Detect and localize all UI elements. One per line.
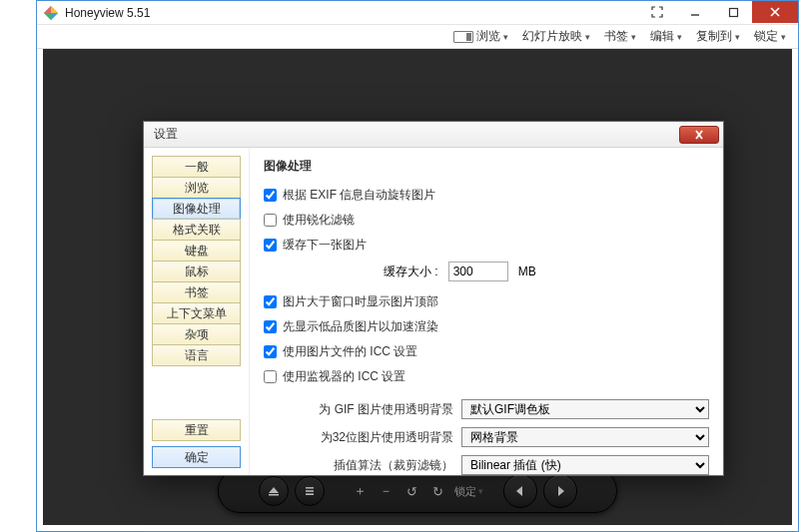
chk-sharpen[interactable] [264,214,277,227]
rotate-left-button[interactable]: ↺ [402,481,422,501]
row-32: 为32位图片使用透明背景 网格背景 [264,427,709,447]
chevron-down-icon: ▾ [677,32,682,42]
rotate-right-button[interactable]: ↻ [428,481,448,501]
close-button[interactable] [752,1,798,23]
svg-marker-14 [516,486,522,496]
screen-icon [453,31,473,43]
svg-marker-9 [269,487,279,493]
chk-top[interactable] [264,295,277,308]
chk-sharpen-label: 使用锐化滤镜 [283,212,355,229]
tb-view[interactable]: 浏览 ▾ [453,28,508,45]
chk-top-label: 图片大于窗口时显示图片顶部 [283,293,438,310]
tab-image[interactable]: 图像处理 [152,198,241,220]
row-gif-label: 为 GIF 图片使用透明背景 [264,401,453,418]
svg-rect-6 [729,8,737,16]
tab-misc[interactable]: 杂项 [152,323,241,345]
main-toolbar: 浏览 ▾ 幻灯片放映 ▾ 书签 ▾ 编辑 ▾ 复制到 ▾ 锁定 ▾ [37,25,798,49]
chk-lowq-label: 先显示低品质图片以加速渲染 [283,318,438,335]
svg-rect-11 [306,487,314,489]
expand-button[interactable] [638,1,676,23]
chevron-down-icon: ▾ [781,32,786,42]
chk-lowq-row[interactable]: 先显示低品质图片以加速渲染 [264,318,709,335]
chevron-down-icon: ▾ [735,32,740,42]
svg-rect-10 [269,494,279,496]
svg-rect-13 [306,493,314,495]
tb-bookmark-label: 书签 [604,28,628,45]
tb-slideshow[interactable]: 幻灯片放映 ▾ [522,28,590,45]
chk-lowq[interactable] [264,320,277,333]
chk-cache-label: 缓存下一张图片 [283,237,367,254]
zoom-out-button[interactable]: － [377,481,397,501]
chk-exif-label: 根据 EXIF 信息自动旋转图片 [283,187,435,204]
image-viewport: ＋ － ↺ ↻ 锁定 ▾ 设置 [43,49,792,525]
row-gif-select[interactable]: 默认GIF调色板 [461,399,709,419]
chk-top-row[interactable]: 图片大于窗口时显示图片顶部 [264,293,709,310]
zoom-in-button[interactable]: ＋ [351,481,371,501]
tab-context[interactable]: 上下文菜单 [152,302,241,324]
titlebar: Honeyview 5.51 [37,1,798,25]
chk-icc-img-row[interactable]: 使用图片文件的 ICC 设置 [264,343,709,360]
app-window: Honeyview 5.51 浏览 ▾ 幻灯片放映 [36,0,799,532]
settings-sidebar: 一般 浏览 图像处理 格式关联 键盘 鼠标 书签 上下文菜单 杂项 语言 重置 … [144,148,250,475]
tab-browse[interactable]: 浏览 [152,177,241,199]
minimize-button[interactable] [676,1,714,23]
row-interp-label: 插值算法（裁剪滤镜） [264,457,453,474]
settings-dialog: 设置 一般 浏览 图像处理 格式关联 键盘 鼠标 书签 上下文菜单 杂项 语言 [143,121,724,476]
row-32-select[interactable]: 网格背景 [461,427,709,447]
chevron-down-icon: ▾ [631,32,636,42]
tab-mouse[interactable]: 鼠标 [152,261,241,282]
bb-lock-label: 锁定 [454,484,476,499]
tab-general[interactable]: 一般 [152,156,241,178]
chk-icc-img-label: 使用图片文件的 ICC 设置 [283,343,417,360]
menu-button[interactable] [295,476,325,506]
bb-lock[interactable]: 锁定 ▾ [454,484,483,499]
tab-keyboard[interactable]: 键盘 [152,240,241,262]
chk-cache[interactable] [264,239,277,252]
cache-size-label: 缓存大小 : [384,264,438,280]
tb-edit[interactable]: 编辑 ▾ [650,28,682,45]
row-32-label: 为32位图片使用透明背景 [264,429,453,446]
svg-marker-15 [558,486,564,496]
prev-button[interactable] [503,474,537,508]
ok-button[interactable]: 确定 [152,446,241,468]
tab-lang[interactable]: 语言 [152,344,241,366]
row-gif: 为 GIF 图片使用透明背景 默认GIF调色板 [264,399,709,419]
dialog-title: 设置 [154,126,679,143]
chk-exif[interactable] [264,189,277,202]
chevron-down-icon: ▾ [503,32,508,42]
chk-icc-mon-row[interactable]: 使用监视器的 ICC 设置 [264,368,709,385]
chk-icc-img[interactable] [264,345,277,358]
tb-lock[interactable]: 锁定 ▾ [754,28,786,45]
tb-lock-label: 锁定 [754,28,778,45]
chk-icc-mon[interactable] [264,370,277,383]
cache-size-row: 缓存大小 : MB [384,262,709,281]
tb-view-label: 浏览 [476,28,500,45]
dialog-body: 一般 浏览 图像处理 格式关联 键盘 鼠标 书签 上下文菜单 杂项 语言 重置 … [144,148,723,475]
tb-copyto[interactable]: 复制到 ▾ [696,28,740,45]
app-logo-icon [43,5,59,21]
maximize-button[interactable] [714,1,752,23]
settings-panel: 图像处理 根据 EXIF 信息自动旋转图片 使用锐化滤镜 缓存下一张图片 [250,148,723,475]
tb-bookmark[interactable]: 书签 ▾ [604,28,636,45]
cache-size-input[interactable] [448,262,508,281]
chevron-down-icon: ▾ [478,486,483,496]
row-interp: 插值算法（裁剪滤镜） Bilinear 插值 (快) [264,455,709,475]
reset-button[interactable]: 重置 [152,419,241,441]
chk-exif-row[interactable]: 根据 EXIF 信息自动旋转图片 [264,187,709,204]
chk-sharpen-row[interactable]: 使用锐化滤镜 [264,212,709,229]
tab-bookmark[interactable]: 书签 [152,281,241,303]
tb-slideshow-label: 幻灯片放映 [522,28,582,45]
window-buttons [638,1,798,24]
tb-edit-label: 编辑 [650,28,674,45]
window-title: Honeyview 5.51 [65,6,638,20]
chk-cache-row[interactable]: 缓存下一张图片 [264,237,709,254]
dialog-close-button[interactable] [679,126,719,144]
tab-format[interactable]: 格式关联 [152,219,241,241]
chk-icc-mon-label: 使用监视器的 ICC 设置 [283,368,405,385]
row-interp-select[interactable]: Bilinear 插值 (快) [461,455,709,475]
eject-button[interactable] [259,476,289,506]
chevron-down-icon: ▾ [585,32,590,42]
next-button[interactable] [543,474,577,508]
cache-size-unit: MB [518,265,536,278]
panel-heading: 图像处理 [264,158,709,175]
